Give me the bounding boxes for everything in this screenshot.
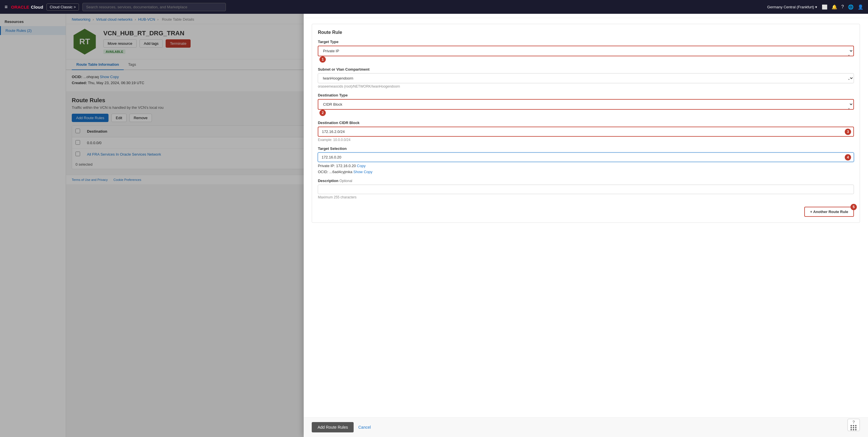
another-route-rule-button[interactable]: + Another Route Rule — [804, 207, 854, 217]
step-4-badge: 4 — [845, 154, 851, 160]
help-icon[interactable]: ? — [841, 4, 844, 9]
route-rule-card-title: Route Rule — [318, 30, 854, 35]
dot — [853, 425, 854, 426]
search-input[interactable] — [82, 3, 226, 11]
subnet-compartment-path: oraseemeaocids (root)/NETWORK/IwanHoogen… — [318, 85, 854, 88]
ocid-show-link[interactable]: Show — [353, 170, 363, 174]
ocid-info: OCID: ...6ad4cyjmka Show Copy — [318, 170, 854, 174]
modal-body: Route Rule Target Type Private IP 1 Subn… — [304, 18, 868, 417]
ocid-info-label: OCID: — [318, 170, 328, 174]
help-float-icon[interactable]: ? — [847, 418, 860, 431]
target-type-select-wrapper: Private IP 1 — [318, 45, 854, 63]
user-icon[interactable]: 👤 — [858, 4, 863, 10]
another-rule-wrapper: + Another Route Rule 5 — [804, 207, 854, 217]
dot — [853, 429, 854, 430]
destination-cidr-label: Destination CIDR Block — [318, 121, 854, 125]
modal-footer: Add Route Rules Cancel — [304, 417, 868, 437]
nav-icons: ⬜ 🔔 ? 🌐 👤 — [822, 4, 863, 10]
ocid-info-value: ...6ad4cyjmka — [329, 170, 352, 174]
subnet-compartment-select[interactable]: IwanHoogendoorn — [318, 73, 854, 83]
oracle-text: ORACLE — [11, 5, 29, 9]
private-ip-info: Private IP: 172.16.0.20 Copy — [318, 164, 854, 168]
description-max-chars: Maximum 255 characters — [318, 195, 854, 199]
dot — [855, 425, 857, 426]
private-ip-label: Private IP: — [318, 164, 335, 168]
step-2-badge: 2 — [319, 110, 326, 116]
route-rule-card: Route Rule Target Type Private IP 1 Subn… — [312, 24, 860, 223]
step-3-badge: 3 — [845, 129, 851, 135]
region-label: Germany Central (Frankfurt) — [767, 5, 814, 9]
add-route-rules-modal: Add Route Rules Help ✕ Route Rule Target… — [304, 0, 868, 437]
private-ip-value: 172.16.0.20 — [336, 164, 356, 168]
bell-icon[interactable]: 🔔 — [832, 4, 837, 10]
private-ip-copy-link[interactable]: Copy — [357, 164, 365, 168]
description-input[interactable] — [318, 185, 854, 194]
globe-icon[interactable]: 🌐 — [848, 4, 854, 10]
destination-cidr-input-wrapper: 3 — [318, 127, 854, 137]
top-navigation: ≡ ORACLE Cloud Cloud Classic > Germany C… — [0, 0, 868, 14]
dot — [850, 429, 852, 430]
monitor-icon[interactable]: ⬜ — [822, 4, 828, 10]
target-selection-group: Target Selection 4 Private IP: 172.16.0.… — [318, 147, 854, 174]
hamburger-icon[interactable]: ≡ — [5, 4, 8, 10]
step-1-badge: 1 — [319, 56, 326, 63]
modal-cancel-button[interactable]: Cancel — [358, 425, 371, 430]
region-selector[interactable]: Germany Central (Frankfurt) ▾ — [767, 5, 817, 9]
description-label: Description Optional — [318, 179, 854, 183]
target-type-label: Target Type — [318, 40, 854, 44]
target-selection-input[interactable] — [318, 153, 854, 162]
chevron-down-icon: ▾ — [815, 5, 817, 9]
target-selection-label: Target Selection — [318, 147, 854, 151]
destination-type-select[interactable]: CIDR Block — [318, 99, 854, 110]
dot — [850, 425, 852, 426]
oracle-logo: ORACLE Cloud — [11, 5, 43, 9]
dot — [855, 427, 857, 428]
description-group: Description Optional Maximum 255 charact… — [318, 179, 854, 199]
nav-right: Germany Central (Frankfurt) ▾ ⬜ 🔔 ? 🌐 👤 — [767, 4, 863, 10]
destination-cidr-input[interactable] — [318, 127, 854, 137]
modal-add-route-rules-button[interactable]: Add Route Rules — [312, 422, 353, 432]
cloud-text: Cloud — [31, 5, 43, 9]
destination-cidr-group: Destination CIDR Block 3 Example: 10.0.0… — [318, 121, 854, 142]
subnet-compartment-select-wrapper: IwanHoogendoorn — [318, 73, 854, 83]
dots-grid — [850, 425, 857, 430]
target-selection-input-wrapper: 4 — [318, 153, 854, 162]
target-type-group: Target Type Private IP 1 — [318, 40, 854, 63]
optional-label: Optional — [340, 179, 352, 183]
dot — [853, 427, 854, 428]
step-5-badge: 5 — [850, 204, 857, 210]
ocid-copy-link[interactable]: Copy — [364, 170, 372, 174]
destination-type-group: Destination Type CIDR Block 2 — [318, 93, 854, 116]
subnet-compartment-group: Subnet or Vlan Compartment IwanHoogendoo… — [318, 67, 854, 88]
another-rule-row: + Another Route Rule 5 — [318, 204, 854, 217]
dot — [855, 429, 857, 430]
target-type-select[interactable]: Private IP — [318, 45, 854, 56]
destination-type-select-wrapper: CIDR Block 2 — [318, 99, 854, 116]
subnet-compartment-label: Subnet or Vlan Compartment — [318, 67, 854, 71]
dot — [850, 427, 852, 428]
cidr-example: Example: 10.0.0.0/24 — [318, 138, 854, 142]
cloud-classic-button[interactable]: Cloud Classic > — [46, 3, 79, 11]
destination-type-label: Destination Type — [318, 93, 854, 97]
